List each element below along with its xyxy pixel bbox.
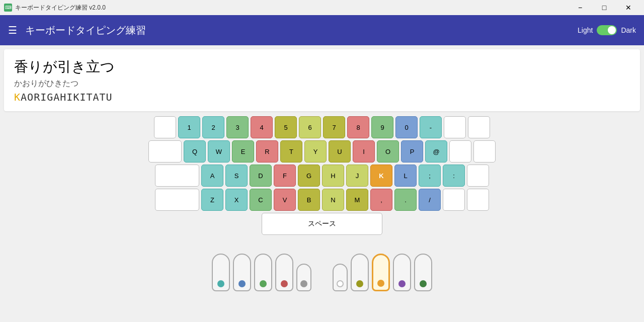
- key-capslock[interactable]: [155, 165, 199, 187]
- theme-light-label: Light: [578, 26, 593, 34]
- key-backslash2[interactable]: [443, 189, 465, 211]
- key-w[interactable]: W: [208, 140, 230, 163]
- key-comma[interactable]: ,: [370, 189, 392, 211]
- finger-body-left-middle: [254, 254, 272, 291]
- finger-left-index: [275, 254, 293, 291]
- finger-body-right-thumb: [333, 264, 348, 291]
- keyboard-row-zxcv: Z X C V B N M , . /: [155, 189, 489, 211]
- key-slash[interactable]: /: [419, 189, 441, 211]
- key-l[interactable]: L: [394, 165, 417, 187]
- finger-right-ring: [393, 254, 411, 291]
- keyboard-area: 1 2 3 4 5 6 7 8 9 0 - Q W E R T Y U I O …: [0, 116, 644, 291]
- key-bracket-close[interactable]: [473, 140, 496, 163]
- key-eq[interactable]: [444, 116, 466, 138]
- key-c[interactable]: C: [250, 189, 272, 211]
- key-shift-right[interactable]: [467, 189, 489, 211]
- minimize-button[interactable]: −: [569, 0, 592, 15]
- finger-body-left-pinky: [212, 254, 230, 291]
- finger-left-thumb: [296, 264, 311, 291]
- key-i[interactable]: I: [353, 140, 375, 163]
- key-colon[interactable]: :: [443, 165, 465, 187]
- japanese-text: 香りが引き立つ: [14, 57, 630, 76]
- toggle-knob: [608, 26, 616, 34]
- key-tab[interactable]: [148, 140, 182, 163]
- finger-right-index: [351, 254, 369, 291]
- key-a[interactable]: A: [201, 165, 223, 187]
- keyboard-row-asdf: A S D F G H J K L ; :: [155, 165, 489, 187]
- key-p[interactable]: P: [401, 140, 423, 163]
- titlebar: ⌨ キーボードタイピング練習 v2.0.0 − □ ✕: [0, 0, 644, 15]
- key-b[interactable]: B: [298, 189, 320, 211]
- key-4[interactable]: 4: [251, 116, 273, 138]
- key-space[interactable]: スペース: [262, 213, 382, 235]
- key-5[interactable]: 5: [275, 116, 297, 138]
- key-at[interactable]: @: [425, 140, 447, 163]
- app-title: キーボードタイピング練習 v2.0.0: [15, 4, 106, 12]
- key-9[interactable]: 9: [371, 116, 393, 138]
- key-o[interactable]: O: [377, 140, 399, 163]
- key-x[interactable]: X: [225, 189, 248, 211]
- key-t[interactable]: T: [280, 140, 302, 163]
- finger-body-right-index: [351, 254, 369, 291]
- key-u[interactable]: U: [329, 140, 351, 163]
- app-icon: ⌨: [4, 4, 12, 12]
- key-e[interactable]: E: [232, 140, 254, 163]
- key-backslash[interactable]: [468, 116, 490, 138]
- finger-left-middle: [254, 254, 272, 291]
- header-title: キーボードタイピング練習: [25, 24, 146, 37]
- furigana-text: かおりがひきたつ: [14, 78, 630, 89]
- key-0[interactable]: 0: [395, 116, 418, 138]
- key-y[interactable]: Y: [304, 140, 327, 163]
- theme-switch[interactable]: [597, 25, 617, 35]
- key-bracket-open[interactable]: [449, 140, 471, 163]
- keyboard-row-numbers: 1 2 3 4 5 6 7 8 9 0 -: [154, 116, 490, 138]
- key-v[interactable]: V: [274, 189, 296, 211]
- key-7[interactable]: 7: [323, 116, 345, 138]
- finger-right-thumb: [333, 264, 348, 291]
- finger-left-ring: [233, 254, 251, 291]
- menu-icon[interactable]: ☰: [8, 24, 17, 36]
- finger-display: [212, 241, 432, 291]
- key-m[interactable]: M: [346, 189, 368, 211]
- finger-dot-right-middle: [377, 280, 384, 287]
- key-f[interactable]: F: [274, 165, 296, 187]
- finger-right-pinky: [414, 254, 432, 291]
- key-6[interactable]: 6: [299, 116, 321, 138]
- finger-right-middle: [372, 254, 390, 291]
- romaji-pending: AORIGAHIKITATU: [21, 91, 113, 103]
- key-1[interactable]: 1: [178, 116, 200, 138]
- key-semicolon[interactable]: ;: [419, 165, 441, 187]
- key-j[interactable]: J: [346, 165, 368, 187]
- key-shift-left[interactable]: [155, 189, 199, 211]
- finger-dot-left-ring: [238, 280, 246, 287]
- content-area: 香りが引き立つ かおりがひきたつ KAORIGAHIKITATU: [4, 49, 640, 111]
- key-z[interactable]: Z: [201, 189, 223, 211]
- key-h[interactable]: H: [322, 165, 344, 187]
- key-8[interactable]: 8: [347, 116, 369, 138]
- key-g[interactable]: G: [298, 165, 320, 187]
- key-minus[interactable]: -: [420, 116, 442, 138]
- finger-dot-right-thumb: [337, 280, 344, 287]
- maximize-button[interactable]: □: [593, 0, 616, 15]
- finger-dot-left-index: [281, 280, 288, 287]
- key-s[interactable]: S: [225, 165, 248, 187]
- close-button[interactable]: ✕: [617, 0, 640, 15]
- key-q[interactable]: Q: [184, 140, 206, 163]
- key-backtick[interactable]: [154, 116, 176, 138]
- key-k[interactable]: K: [370, 165, 392, 187]
- finger-dot-right-ring: [398, 280, 406, 287]
- titlebar-left: ⌨ キーボードタイピング練習 v2.0.0: [4, 4, 106, 12]
- romaji-line: KAORIGAHIKITATU: [14, 91, 630, 103]
- theme-toggle: Light Dark: [578, 25, 636, 35]
- finger-dot-left-thumb: [300, 280, 307, 287]
- key-3[interactable]: 3: [226, 116, 249, 138]
- key-r[interactable]: R: [256, 140, 278, 163]
- finger-body-right-pinky: [414, 254, 432, 291]
- key-enter[interactable]: [467, 165, 489, 187]
- keyboard-row-space: スペース: [262, 213, 382, 235]
- key-d[interactable]: D: [250, 165, 272, 187]
- finger-body-left-thumb: [296, 264, 311, 291]
- key-2[interactable]: 2: [202, 116, 224, 138]
- key-period[interactable]: .: [394, 189, 417, 211]
- key-n[interactable]: N: [322, 189, 344, 211]
